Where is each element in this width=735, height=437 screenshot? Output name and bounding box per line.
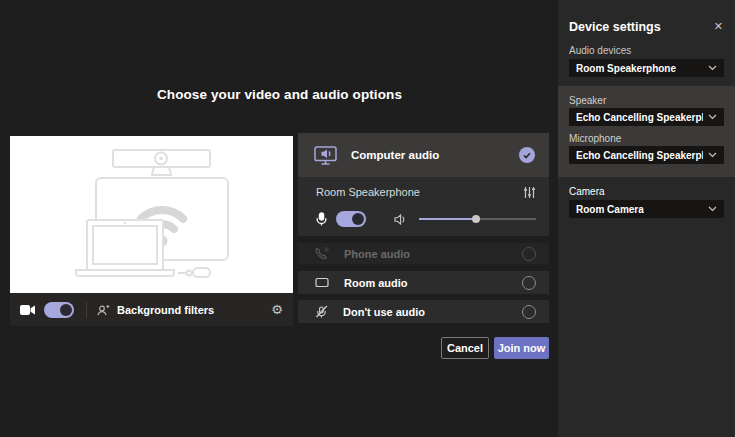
volume-slider-fill — [419, 218, 476, 220]
video-preview-stage — [10, 136, 293, 293]
camera-dropdown[interactable]: Room Camera — [569, 200, 724, 218]
device-settings-title: Device settings — [569, 20, 661, 34]
dont-use-audio-option[interactable]: Don't use audio — [298, 300, 549, 323]
close-icon[interactable]: ✕ — [714, 20, 723, 33]
device-settings-sliders-icon[interactable] — [523, 185, 536, 203]
phone-audio-label: Phone audio — [344, 248, 410, 260]
microphone-label: Microphone — [569, 133, 621, 144]
chevron-down-icon — [708, 152, 717, 158]
phone-audio-option: Phone audio — [298, 243, 549, 264]
dont-use-audio-label: Don't use audio — [343, 306, 425, 318]
microphone-toggle-knob — [352, 213, 364, 225]
device-settings-panel: Device settings ✕ Audio devices Room Spe… — [558, 0, 735, 437]
room-devices-illustration — [10, 136, 293, 293]
room-audio-radio[interactable] — [522, 276, 536, 290]
mic-off-icon — [315, 305, 328, 318]
mic-volume-row — [316, 209, 536, 229]
camera-value: Room Camera — [576, 204, 644, 215]
camera-label: Camera — [569, 186, 605, 197]
room-audio-option[interactable]: Room audio — [298, 271, 549, 294]
room-audio-icon — [315, 277, 329, 288]
chevron-down-icon — [708, 114, 717, 120]
computer-audio-option[interactable]: Computer audio — [298, 133, 549, 177]
volume-icon — [394, 214, 407, 225]
teams-prejoin-screen: Choose your video and audio options — [0, 0, 735, 437]
microphone-icon — [316, 212, 327, 226]
cancel-button[interactable]: Cancel — [441, 337, 489, 359]
microphone-dropdown[interactable]: Echo Cancelling Speakerphone (... — [569, 146, 724, 164]
camera-toggle-knob — [60, 304, 72, 316]
room-audio-label: Room audio — [344, 277, 408, 289]
gear-icon[interactable]: ⚙ — [271, 303, 283, 316]
speaker-value: Echo Cancelling Speakerphone (... — [576, 112, 703, 123]
computer-audio-settings: Room Speakerphone — [298, 177, 549, 236]
speaker-dropdown[interactable]: Echo Cancelling Speakerphone (... — [569, 108, 724, 126]
camera-toggle[interactable] — [44, 302, 74, 318]
page-title: Choose your video and audio options — [10, 87, 549, 102]
audio-devices-value: Room Speakerphone — [576, 63, 676, 74]
phone-audio-radio — [522, 247, 536, 261]
speaker-label: Speaker — [569, 95, 606, 106]
background-filters-label: Background filters — [117, 304, 214, 316]
phone-audio-icon — [315, 247, 329, 260]
selected-device-name: Room Speakerphone — [316, 186, 420, 198]
background-filters-icon — [97, 304, 110, 316]
join-now-button[interactable]: Join now — [494, 337, 549, 359]
dont-use-audio-radio[interactable] — [522, 305, 536, 319]
computer-audio-label: Computer audio — [351, 149, 439, 161]
audio-devices-dropdown[interactable]: Room Speakerphone — [569, 59, 724, 77]
toolbar-divider — [86, 302, 87, 318]
chevron-down-icon — [708, 206, 717, 212]
microphone-value: Echo Cancelling Speakerphone (... — [576, 150, 703, 161]
preview-toolbar: Background filters ⚙ — [10, 293, 293, 326]
audio-devices-label: Audio devices — [569, 45, 631, 56]
chevron-down-icon — [708, 65, 717, 71]
camera-icon — [20, 305, 35, 315]
computer-audio-icon — [314, 146, 337, 165]
selected-check-icon — [519, 147, 535, 163]
microphone-toggle[interactable] — [336, 211, 366, 227]
volume-slider[interactable] — [419, 212, 536, 226]
speaker-microphone-group: Speaker Echo Cancelling Speakerphone (..… — [558, 86, 735, 177]
video-preview: Background filters ⚙ — [10, 136, 293, 326]
volume-slider-thumb[interactable] — [472, 215, 480, 223]
